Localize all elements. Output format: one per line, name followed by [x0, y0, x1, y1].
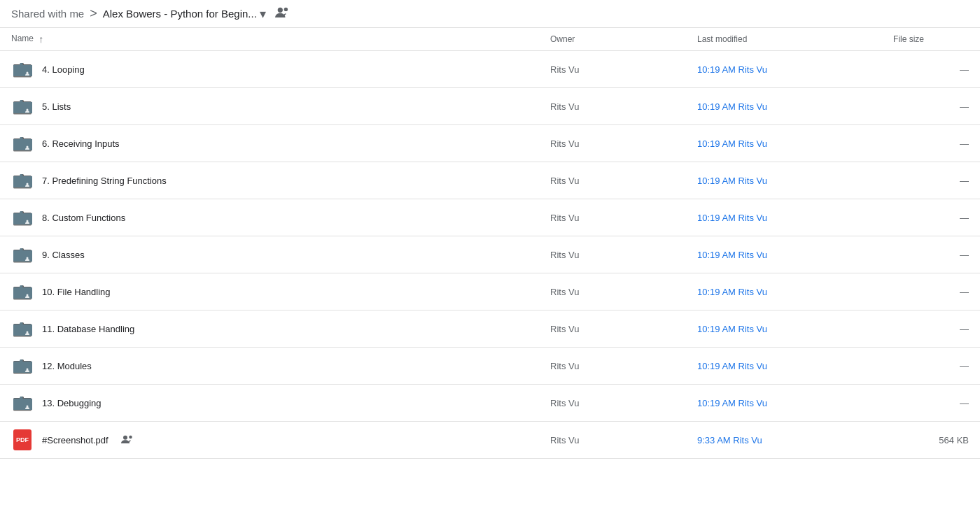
- file-size: —: [882, 51, 980, 88]
- file-owner: Rits Vu: [539, 310, 686, 348]
- sort-ascending-icon: ↑: [38, 34, 43, 45]
- breadcrumb-shared-link[interactable]: Shared with me: [11, 8, 84, 20]
- file-modified: 10:19 AM Rits Vu: [686, 51, 882, 88]
- file-name[interactable]: 12. Modules: [42, 361, 92, 371]
- table-row[interactable]: 7. Predefining String FunctionsRits Vu10…: [0, 162, 980, 199]
- svg-point-1: [284, 8, 288, 11]
- table-row[interactable]: 4. LoopingRits Vu10:19 AM Rits Vu—: [0, 51, 980, 88]
- file-modified: 9:33 AM Rits Vu: [686, 422, 882, 459]
- folder-icon: [11, 169, 34, 192]
- file-size: 564 KB: [882, 422, 980, 459]
- file-name[interactable]: 7. Predefining String Functions: [42, 176, 167, 186]
- column-header-size[interactable]: File size: [882, 28, 980, 51]
- breadcrumb-separator: >: [90, 6, 97, 21]
- file-name[interactable]: #Screenshot.pdf: [42, 435, 108, 445]
- column-header-owner[interactable]: Owner: [539, 28, 686, 51]
- file-size: —: [882, 199, 980, 236]
- file-modified: 10:19 AM Rits Vu: [686, 236, 882, 273]
- file-modified: 10:19 AM Rits Vu: [686, 125, 882, 162]
- file-owner: Rits Vu: [539, 385, 686, 422]
- table-row[interactable]: PDF#Screenshot.pdfRits Vu9:33 AM Rits Vu…: [0, 422, 980, 459]
- file-owner: Rits Vu: [539, 199, 686, 236]
- table-row[interactable]: 9. ClassesRits Vu10:19 AM Rits Vu—: [0, 236, 980, 273]
- svg-point-33: [129, 435, 132, 438]
- folder-icon: [11, 95, 34, 117]
- table-row[interactable]: 12. ModulesRits Vu10:19 AM Rits Vu—: [0, 348, 980, 385]
- file-owner: Rits Vu: [539, 236, 686, 273]
- folder-icon: [11, 58, 34, 80]
- file-modified: 10:19 AM Rits Vu: [686, 348, 882, 385]
- file-size: —: [882, 236, 980, 273]
- file-size: —: [882, 385, 980, 422]
- table-header-row: Name ↑ Owner Last modified File size: [0, 28, 980, 51]
- file-size: —: [882, 348, 980, 385]
- file-table: Name ↑ Owner Last modified File size 4. …: [0, 28, 980, 459]
- file-modified: 10:19 AM Rits Vu: [686, 310, 882, 348]
- file-owner: Rits Vu: [539, 273, 686, 310]
- file-name[interactable]: 6. Receiving Inputs: [42, 138, 120, 149]
- file-modified: 10:19 AM Rits Vu: [686, 162, 882, 199]
- file-name[interactable]: 4. Looping: [42, 64, 85, 75]
- file-size: —: [882, 310, 980, 348]
- file-owner: Rits Vu: [539, 422, 686, 459]
- breadcrumb-current-label: Alex Bowers - Python for Begin...: [103, 8, 257, 20]
- svg-point-32: [123, 435, 127, 439]
- breadcrumb-current-folder[interactable]: Alex Bowers - Python for Begin... ▾: [103, 6, 266, 22]
- folder-icon: [11, 206, 34, 229]
- file-modified: 10:19 AM Rits Vu: [686, 88, 882, 125]
- table-row[interactable]: 8. Custom FunctionsRits Vu10:19 AM Rits …: [0, 199, 980, 236]
- folder-icon: [11, 280, 34, 303]
- file-name[interactable]: 11. Database Handling: [42, 324, 134, 334]
- file-name[interactable]: 13. Debugging: [42, 398, 102, 408]
- column-header-modified[interactable]: Last modified: [686, 28, 882, 51]
- file-size: —: [882, 125, 980, 162]
- table-row[interactable]: 6. Receiving InputsRits Vu10:19 AM Rits …: [0, 125, 980, 162]
- file-owner: Rits Vu: [539, 51, 686, 88]
- column-header-name[interactable]: Name ↑: [0, 28, 539, 51]
- folder-icon: [11, 392, 34, 414]
- table-row[interactable]: 11. Database HandlingRits Vu10:19 AM Rit…: [0, 310, 980, 348]
- file-name[interactable]: 9. Classes: [42, 250, 85, 260]
- file-owner: Rits Vu: [539, 348, 686, 385]
- dropdown-icon[interactable]: ▾: [260, 6, 266, 22]
- svg-point-0: [278, 8, 283, 13]
- file-modified: 10:19 AM Rits Vu: [686, 385, 882, 422]
- folder-icon: [11, 317, 34, 340]
- file-size: —: [882, 273, 980, 310]
- file-modified: 10:19 AM Rits Vu: [686, 199, 882, 236]
- file-modified: 10:19 AM Rits Vu: [686, 273, 882, 310]
- table-row[interactable]: 5. ListsRits Vu10:19 AM Rits Vu—: [0, 88, 980, 125]
- table-row[interactable]: 13. DebuggingRits Vu10:19 AM Rits Vu—: [0, 385, 980, 422]
- breadcrumb-bar: Shared with me > Alex Bowers - Python fo…: [0, 0, 980, 28]
- file-name[interactable]: 10. File Handling: [42, 287, 111, 297]
- folder-icon: [11, 132, 34, 155]
- file-owner: Rits Vu: [539, 162, 686, 199]
- file-owner: Rits Vu: [539, 125, 686, 162]
- file-size: —: [882, 88, 980, 125]
- file-name[interactable]: 5. Lists: [42, 101, 71, 112]
- file-size: —: [882, 162, 980, 199]
- file-name[interactable]: 8. Custom Functions: [42, 213, 125, 223]
- shared-icon: [121, 434, 134, 446]
- shared-people-icon[interactable]: [274, 6, 290, 22]
- table-row[interactable]: 10. File HandlingRits Vu10:19 AM Rits Vu…: [0, 273, 980, 310]
- pdf-icon: PDF: [11, 429, 34, 451]
- folder-icon: [11, 243, 34, 266]
- file-owner: Rits Vu: [539, 88, 686, 125]
- folder-icon: [11, 355, 34, 377]
